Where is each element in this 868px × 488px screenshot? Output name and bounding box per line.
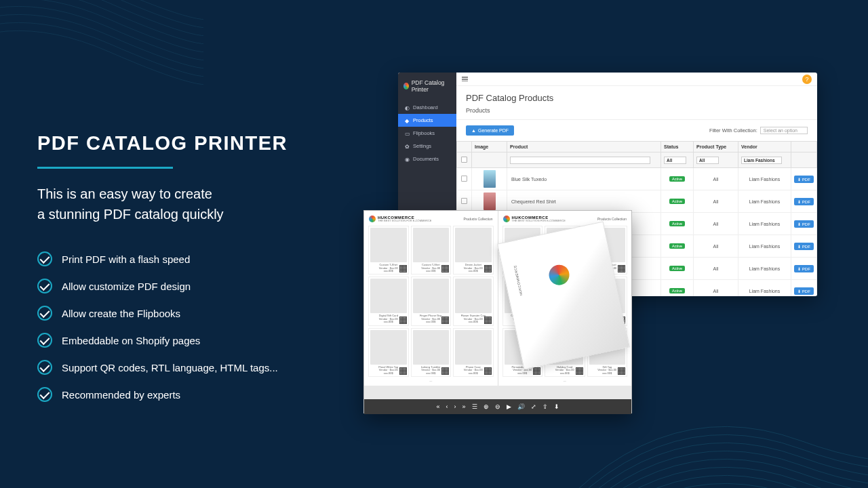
product-type: All bbox=[694, 190, 738, 213]
qr-icon bbox=[484, 367, 492, 375]
sidebar-item-products[interactable]: ◆Products bbox=[398, 114, 456, 127]
catalog-thumb bbox=[413, 330, 450, 365]
section-title: Products bbox=[456, 107, 817, 120]
check-icon bbox=[37, 333, 52, 348]
vendor-name: Liam Fashions bbox=[738, 190, 791, 213]
feature-item: Recommended by experts bbox=[37, 387, 363, 402]
product-thumb bbox=[484, 170, 496, 188]
feature-item: Embeddable on Shopify pages bbox=[37, 333, 363, 348]
catalog-thumb bbox=[455, 228, 492, 262]
qr-icon bbox=[484, 265, 492, 272]
catalog-label: Holiday CardVendor · $xx.00xxx.00$ bbox=[555, 366, 574, 375]
product-search-input[interactable] bbox=[510, 157, 650, 164]
qr-icon bbox=[533, 367, 540, 375]
col-image: Image bbox=[472, 142, 507, 152]
sidebar-item-dashboard[interactable]: ◐Dashboard bbox=[398, 101, 456, 114]
product-type: All bbox=[694, 213, 738, 235]
menu-toggle-icon[interactable] bbox=[462, 77, 468, 81]
sidebar-item-documents[interactable]: ◉Documents bbox=[398, 152, 456, 165]
vendor-name: Liam Fashions bbox=[738, 258, 791, 280]
play-icon[interactable]: ▶ bbox=[507, 403, 511, 410]
row-pdf-button[interactable]: ⬇ PDF bbox=[794, 220, 814, 228]
catalog-thumb bbox=[455, 330, 492, 365]
catalog-cell: Custom T-ShirtVendor · $xx.00xxx.00$ bbox=[411, 226, 452, 274]
qr-icon bbox=[399, 265, 407, 272]
last-page-icon[interactable]: » bbox=[462, 403, 466, 410]
first-page-icon[interactable]: « bbox=[436, 403, 439, 410]
check-icon bbox=[37, 387, 52, 402]
status-badge: Active bbox=[669, 176, 685, 182]
catalog-label: Custom T-ShirtVendor · $xx.00xxx.00$ bbox=[379, 264, 398, 272]
catalog-cell: Custom T-ShirtVendor · $xx.00xxx.00$ bbox=[368, 226, 409, 274]
qr-icon bbox=[484, 317, 492, 324]
table-row: Chequered Red ShirtActiveAllLiam Fashion… bbox=[457, 190, 817, 213]
qr-icon bbox=[441, 367, 449, 375]
sidebar-item-settings[interactable]: ✿Settings bbox=[398, 140, 456, 152]
catalog-label: Floral White TopVendor · $xx.00xxx.00$ bbox=[378, 366, 398, 375]
col-status: Status bbox=[661, 142, 694, 152]
qr-icon bbox=[618, 265, 625, 272]
product-name: Chequered Red Shirt bbox=[507, 190, 661, 213]
catalog-thumb bbox=[455, 279, 492, 313]
zoom-in-icon[interactable]: ⊕ bbox=[484, 403, 489, 410]
qr-icon bbox=[441, 317, 449, 324]
collection-filter-select[interactable]: Select an option bbox=[760, 127, 808, 134]
status-badge: Active bbox=[669, 288, 685, 293]
row-checkbox[interactable] bbox=[461, 176, 467, 182]
vendor-name: Liam Fashions bbox=[738, 280, 791, 297]
download-icon[interactable]: ⬇ bbox=[554, 403, 559, 410]
logo-icon bbox=[369, 216, 376, 222]
catalog-cell: Denim JacketVendor · $xx.00xxx.00$ bbox=[453, 226, 494, 274]
vendor-filter-select[interactable]: Liam Fashions bbox=[741, 157, 782, 164]
check-icon bbox=[37, 251, 52, 266]
catalog-label: Gift TagVendor · $xx.00xxx.00$ bbox=[597, 366, 616, 375]
check-icon bbox=[37, 360, 52, 375]
catalog-thumb bbox=[370, 330, 407, 365]
catalog-thumb bbox=[413, 228, 450, 262]
fullscreen-icon[interactable]: ⤢ bbox=[531, 403, 536, 410]
catalog-label: Digital Gift CardVendor · $xx.00xxx.00$ bbox=[379, 314, 398, 323]
row-pdf-button[interactable]: ⬇ PDF bbox=[794, 243, 814, 250]
ptype-filter-select[interactable]: All bbox=[696, 157, 719, 164]
status-filter-select[interactable]: All bbox=[664, 157, 686, 164]
thumbnails-icon[interactable]: ☰ bbox=[472, 403, 477, 410]
status-badge: Active bbox=[669, 243, 685, 249]
sidebar-item-flipbooks[interactable]: ▭Flipbooks bbox=[398, 127, 456, 140]
catalog-cell: Flower Sweater CapVendor · $xx.00xxx.00$ bbox=[453, 277, 494, 325]
hero-subtitle: This is an easy way to create a stunning… bbox=[37, 184, 363, 224]
flipbook-preview: HUKCOMMERCETHE BEST SOLUTION FOR E-COMME… bbox=[363, 210, 632, 413]
flipbook-toolbar: « ‹ › » ☰ ⊕ ⊖ ▶ 🔊 ⤢ ⇪ ⬇ bbox=[364, 399, 631, 414]
logo-icon bbox=[547, 263, 572, 287]
feature-item: Print PDF with a flash speed bbox=[37, 251, 363, 266]
share-icon[interactable]: ⇪ bbox=[542, 403, 548, 410]
row-pdf-button[interactable]: ⬇ PDF bbox=[794, 265, 814, 272]
page-title: PDF Catalog Products bbox=[456, 86, 817, 107]
prev-page-icon[interactable]: ‹ bbox=[446, 403, 448, 410]
row-checkbox[interactable] bbox=[461, 198, 467, 204]
help-icon[interactable]: ? bbox=[802, 75, 812, 84]
row-pdf-button[interactable]: ⬇ PDF bbox=[794, 287, 814, 295]
logo-icon bbox=[503, 216, 510, 222]
catalog-label: Flower Sweater CapVendor · $xx.00xxx.00$ bbox=[461, 314, 486, 323]
row-pdf-button[interactable]: ⬇ PDF bbox=[794, 176, 814, 183]
tag-icon: ◆ bbox=[405, 118, 410, 123]
catalog-cell: Digital Gift CardVendor · $xx.00xxx.00$ bbox=[368, 277, 409, 325]
select-all-checkbox[interactable] bbox=[461, 157, 467, 163]
catalog-thumb bbox=[370, 279, 407, 313]
catalog-cell: Phone CaseVendor · $xx.00xxx.00$ bbox=[453, 328, 494, 377]
feature-item: Allow create the Flipbooks bbox=[37, 306, 363, 321]
catalog-thumb bbox=[370, 228, 407, 262]
generate-pdf-button[interactable]: ▲ Generate PDF bbox=[466, 125, 514, 136]
sound-icon[interactable]: 🔊 bbox=[517, 403, 525, 410]
feature-item: Support QR codes, RTL language, HTML tag… bbox=[37, 360, 363, 375]
app-logo: PDF Catalog Printer bbox=[398, 73, 456, 101]
status-badge: Active bbox=[669, 221, 685, 226]
zoom-out-icon[interactable]: ⊖ bbox=[495, 403, 500, 410]
next-page-icon[interactable]: › bbox=[454, 403, 456, 410]
gear-icon: ✿ bbox=[405, 144, 410, 148]
doc-icon: ◉ bbox=[405, 157, 410, 161]
catalog-label: Iceberg TumblerVendor · $xx.00xxx.00$ bbox=[421, 366, 441, 375]
row-pdf-button[interactable]: ⬇ PDF bbox=[794, 198, 814, 205]
catalog-label: Phone CaseVendor · $xx.00xxx.00$ bbox=[464, 366, 483, 375]
catalog-label: Finger Phone GripVendor · $xx.00xxx.00$ bbox=[420, 314, 442, 323]
